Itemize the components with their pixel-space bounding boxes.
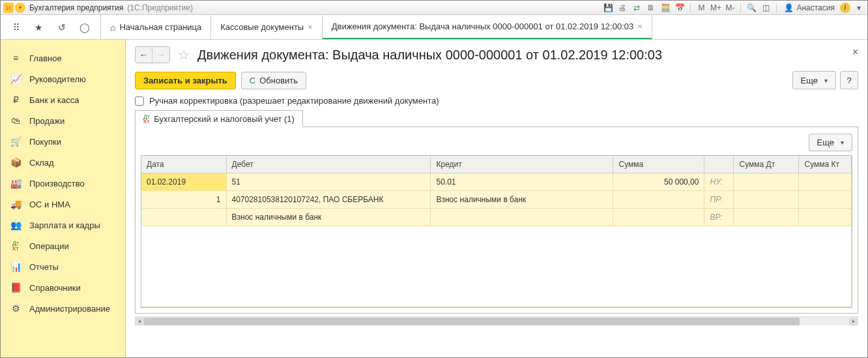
table-row[interactable]: Взнос наличными в банк ВР: — [141, 209, 852, 226]
cell-empty[interactable] — [141, 209, 226, 226]
cell-debit-desc[interactable]: Взнос наличными в банк — [226, 209, 431, 226]
col-blank[interactable] — [704, 156, 734, 173]
save-icon[interactable]: 💾 — [602, 2, 614, 14]
col-date[interactable]: Дата — [141, 156, 226, 173]
help-button[interactable]: ? — [840, 71, 858, 89]
manual-edit-checkbox[interactable] — [135, 97, 144, 106]
sidebar-item-label: Продажи — [29, 116, 65, 126]
sidebar-item-reports[interactable]: 📊Отчеты — [1, 256, 125, 277]
table-row[interactable]: 1 40702810538120107242, ПАО СБЕРБАНК Взн… — [141, 191, 852, 209]
menu-icon: ≡ — [10, 53, 22, 63]
nav-back-button[interactable]: ← — [136, 47, 152, 63]
cell-credit-account[interactable]: 50.01 — [431, 173, 613, 191]
user-label[interactable]: 👤 Анастасия — [781, 3, 837, 12]
tab-document-movements[interactable]: Движения документа: Выдача наличных 0000… — [323, 15, 652, 39]
sidebar-item-label: Отчеты — [29, 262, 59, 272]
scroll-left-icon[interactable]: ◂ — [135, 318, 144, 325]
refresh-icon: С — [250, 76, 255, 85]
scroll-track[interactable] — [144, 318, 849, 325]
col-sum-dt[interactable]: Сумма Дт — [734, 156, 799, 173]
cell-empty[interactable] — [613, 191, 704, 209]
memory-m[interactable]: M — [695, 2, 707, 14]
table-row[interactable]: 01.02.2019 51 50.01 50 000,00 НУ: — [141, 173, 852, 191]
more-button[interactable]: Еще▾ — [792, 71, 836, 89]
cell-debit-account[interactable]: 51 — [226, 173, 431, 191]
horizontal-scrollbar[interactable]: ◂ ▸ — [135, 316, 858, 325]
cell-tag-vr[interactable]: ВР: — [704, 209, 734, 226]
notifications-icon[interactable]: ◯ — [79, 22, 91, 33]
info-dropdown[interactable]: ▾ — [853, 2, 865, 14]
sidebar-item-payroll[interactable]: 👥Зарплата и кадры — [1, 215, 125, 235]
info-icon[interactable]: i — [840, 3, 850, 13]
cell-sum-kt[interactable] — [799, 173, 852, 191]
sidebar-item-assets[interactable]: 🚚ОС и НМА — [1, 194, 125, 215]
save-and-close-button[interactable]: Записать и закрыть — [135, 72, 236, 89]
tab-label: Движения документа: Выдача наличных 0000… — [332, 22, 633, 31]
cell-empty[interactable] — [431, 209, 613, 226]
title-bar: 1c ▾ Бухгалтерия предприятия (1С:Предпри… — [1, 1, 867, 15]
tab-home[interactable]: ⌂ Начальная страница — [101, 15, 211, 39]
search-icon[interactable]: 🔍 — [745, 2, 757, 14]
cell-date[interactable]: 01.02.2019 — [141, 173, 226, 191]
sidebar-item-production[interactable]: 🏭Производство — [1, 173, 125, 194]
quick-tools: ⠿ ★ ↺ ◯ — [1, 15, 101, 39]
cell-amount[interactable]: 50 000,00 — [613, 173, 704, 191]
panels-icon[interactable]: ◫ — [760, 2, 772, 14]
sidebar: ≡Главное 📈Руководителю ₽Банк и касса 🛍Пр… — [1, 40, 126, 357]
refresh-button[interactable]: СОбновить — [241, 72, 306, 89]
table-more-button[interactable]: Еще▾ — [809, 134, 852, 151]
cell-sum-kt[interactable] — [799, 191, 852, 209]
cell-credit-detail[interactable]: Взнос наличными в банк — [431, 191, 613, 209]
cell-sum-dt[interactable] — [734, 209, 799, 226]
col-sum-kt[interactable]: Сумма Кт — [799, 156, 852, 173]
nav-forward-button[interactable]: → — [152, 47, 169, 63]
cell-tag-pr[interactable]: ПР: — [704, 191, 734, 209]
tab-label: Кассовые документы — [220, 22, 304, 32]
sidebar-item-bank[interactable]: ₽Банк и касса — [1, 89, 125, 110]
favorite-star-icon[interactable]: ☆ — [175, 47, 192, 63]
col-debit[interactable]: Дебет — [226, 156, 431, 173]
sidebar-item-label: Администрирование — [29, 304, 110, 314]
ruble-icon: ₽ — [10, 95, 22, 105]
close-document-icon[interactable]: × — [852, 46, 858, 58]
accounting-tab[interactable]: ДтКт Бухгалтерский и налоговый учет (1) — [135, 110, 303, 127]
book-icon: 📕 — [10, 282, 22, 293]
sidebar-item-references[interactable]: 📕Справочники — [1, 277, 125, 298]
sidebar-item-main[interactable]: ≡Главное — [1, 48, 125, 68]
cell-sum-dt[interactable] — [734, 173, 799, 191]
scroll-right-icon[interactable]: ▸ — [849, 318, 858, 325]
app-menu-dropdown[interactable]: ▾ — [15, 3, 25, 13]
close-icon[interactable]: × — [637, 22, 643, 31]
sidebar-item-warehouse[interactable]: 📦Склад — [1, 152, 125, 173]
sidebar-item-purchases[interactable]: 🛒Покупки — [1, 131, 125, 152]
close-icon[interactable]: × — [308, 22, 313, 32]
calendar-icon[interactable]: 📅 — [674, 2, 686, 14]
cell-sum-kt[interactable] — [799, 209, 852, 226]
cell-sum-dt[interactable] — [734, 191, 799, 209]
sidebar-item-label: Руководителю — [29, 74, 86, 84]
compare-icon[interactable]: ⇄ — [631, 2, 643, 14]
sidebar-item-operations[interactable]: ДтКтОперации — [1, 235, 125, 256]
history-icon[interactable]: ↺ — [56, 22, 68, 33]
cell-line-no[interactable]: 1 — [141, 191, 226, 209]
sidebar-item-manager[interactable]: 📈Руководителю — [1, 68, 125, 89]
user-name: Анастасия — [796, 3, 835, 12]
col-credit[interactable]: Кредит — [431, 156, 613, 173]
cell-tag-nu[interactable]: НУ: — [704, 173, 734, 191]
print-preview-icon[interactable]: 🗎 — [645, 2, 657, 14]
memory-m-plus[interactable]: M+ — [710, 2, 721, 14]
cell-debit-detail[interactable]: 40702810538120107242, ПАО СБЕРБАНК — [226, 191, 431, 209]
print-icon[interactable]: 🖨 — [616, 2, 628, 14]
chart-icon: 📈 — [10, 74, 22, 84]
cell-empty[interactable] — [613, 209, 704, 226]
tab-cash-documents[interactable]: Кассовые документы × — [211, 15, 323, 39]
calculator-icon[interactable]: 🧮 — [659, 2, 671, 14]
sidebar-item-admin[interactable]: ⚙Администрирование — [1, 298, 125, 319]
memory-m-minus[interactable]: M- — [724, 2, 736, 14]
favorite-icon[interactable]: ★ — [33, 22, 45, 33]
sidebar-item-sales[interactable]: 🛍Продажи — [1, 110, 125, 131]
sidebar-item-label: Покупки — [29, 137, 61, 147]
scroll-thumb[interactable] — [144, 318, 800, 325]
col-sum[interactable]: Сумма — [613, 156, 704, 173]
apps-icon[interactable]: ⠿ — [10, 22, 22, 33]
